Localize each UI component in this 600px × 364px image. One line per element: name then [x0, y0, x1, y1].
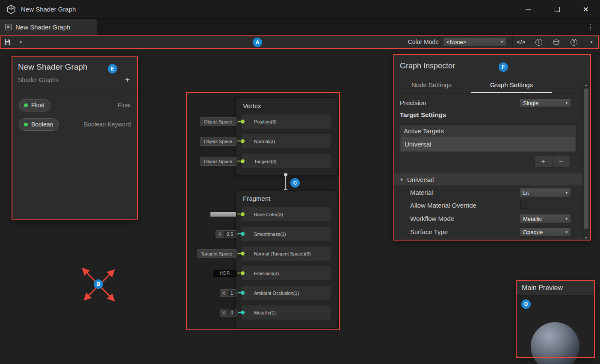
toolbar-spacer: [27, 35, 405, 49]
input-space-pill[interactable]: Object Space: [200, 157, 236, 166]
scroll-up-arrow[interactable]: ▲: [583, 82, 589, 88]
divider: [12, 91, 138, 91]
annotation-badge-e: E: [108, 64, 117, 73]
tab-overflow-menu-button[interactable]: ⋮: [585, 19, 596, 35]
blackboard-subtitle: Shader Graphs: [18, 76, 59, 83]
port-dot-icon[interactable]: [241, 291, 245, 295]
tab-new-shader-graph[interactable]: New Shader Graph: [0, 19, 97, 35]
caret-down-icon: ▾: [501, 40, 503, 44]
save-asset-button[interactable]: [0, 35, 15, 49]
layers-stack-icon: [553, 39, 560, 46]
view-generated-shader-button[interactable]: </>: [512, 35, 530, 49]
active-target-universal[interactable]: Universal: [401, 137, 575, 151]
annotation-badge-c: C: [290, 178, 300, 188]
window-title: New Shader Graph: [21, 6, 76, 13]
float-input-field[interactable]: X1: [220, 289, 236, 297]
port-dot-icon[interactable]: [241, 311, 245, 314]
unity-shader-graph-window: New Shader Graph ✕ New Shader Graph ⋮ ▾ …: [0, 0, 600, 364]
graph-inspector-toggle-button[interactable]: i: [530, 35, 547, 49]
allow-material-override-checkbox[interactable]: [520, 202, 527, 208]
material-dropdown[interactable]: Lit ▾: [520, 188, 571, 197]
port-dot-icon[interactable]: [241, 159, 245, 163]
minimize-button[interactable]: [514, 0, 543, 19]
port-dot-icon[interactable]: [241, 212, 245, 216]
tab-bar: New Shader Graph ⋮: [0, 19, 600, 35]
port-dot-icon[interactable]: [241, 232, 245, 236]
property-row-float[interactable]: Float Float: [12, 98, 138, 112]
port-dot-icon[interactable]: [241, 120, 245, 123]
context-edge: [285, 175, 286, 190]
color-mode-dropdown[interactable]: <None> ▾: [443, 37, 506, 47]
port-row[interactable]: Metallic(1): [242, 305, 331, 320]
tab-label: New Shader Graph: [15, 23, 70, 31]
caret-down-icon: ▾: [565, 230, 567, 234]
foldout-arrow-icon: ▼: [399, 177, 404, 182]
port-dot-icon[interactable]: [241, 139, 245, 143]
add-target-button[interactable]: +: [535, 156, 553, 167]
caret-down-icon: ▾: [565, 101, 567, 105]
input-space-pill[interactable]: Object Space: [200, 117, 236, 126]
precision-label: Precision: [400, 99, 426, 106]
allow-material-override-label: Allow Material Override: [410, 202, 476, 209]
vertex-row-normal: Object Space Normal(3): [190, 134, 331, 148]
graph-inspector-panel: Graph Inspector Node Settings Graph Sett…: [393, 54, 591, 241]
save-icon: [4, 39, 11, 45]
port-dot-icon[interactable]: [241, 271, 245, 275]
color-mode-label: Color Mode: [405, 35, 443, 49]
shader-graph-asset-icon: [5, 24, 12, 30]
annotation-badge-d: D: [521, 299, 531, 309]
property-pill[interactable]: Float: [19, 99, 50, 112]
blackboard-toggle-button[interactable]: [547, 35, 565, 49]
property-pill[interactable]: Boolean: [19, 118, 59, 131]
title-bar: New Shader Graph ✕: [0, 0, 600, 19]
surface-type-dropdown[interactable]: Opaque ▾: [520, 227, 571, 237]
active-targets-box: Active Targets Universal: [399, 124, 576, 153]
close-button[interactable]: ✕: [571, 0, 600, 19]
workflow-mode-dropdown[interactable]: Metallic ▾: [520, 214, 571, 223]
help-button[interactable]: ?: [565, 35, 582, 49]
port-row[interactable]: Base Color(3): [242, 207, 331, 221]
port-row[interactable]: Tangent(3): [242, 154, 331, 168]
add-property-button[interactable]: +: [122, 75, 133, 85]
port-row[interactable]: Normal(3): [242, 134, 331, 148]
property-type: Boolean Keyword: [84, 121, 131, 128]
vertex-row-position: Object Space Position(3): [190, 114, 331, 129]
hdr-color-field[interactable]: HDR: [213, 270, 236, 277]
port-row[interactable]: Ambient Occlusion(1): [242, 286, 331, 300]
caret-down-icon: ▾: [565, 191, 567, 195]
universal-foldout[interactable]: ▼ Universal: [394, 173, 582, 185]
vertex-row-tangent: Object Space Tangent(3): [190, 154, 331, 168]
precision-dropdown[interactable]: Single ▾: [520, 98, 571, 108]
float-input-field[interactable]: X0.5: [216, 230, 236, 238]
fragment-row-ambient-occlusion: X1 Ambient Occlusion(1): [190, 286, 331, 300]
fragment-node-title: Fragment: [243, 195, 270, 202]
active-targets-header: Active Targets: [399, 125, 576, 137]
remove-target-button[interactable]: −: [553, 156, 570, 167]
toolbar-overflow-button[interactable]: ▾: [582, 35, 600, 49]
base-color-swatch[interactable]: [210, 211, 236, 217]
tab-graph-settings[interactable]: Graph Settings: [471, 81, 552, 93]
scrollbar-thumb[interactable]: [584, 88, 588, 229]
port-dot-icon[interactable]: [241, 252, 245, 255]
port-row[interactable]: Smoothness(1): [242, 227, 331, 241]
targets-add-remove-bar: + −: [534, 156, 570, 167]
port-row[interactable]: Emission(3): [242, 266, 331, 280]
property-row-boolean[interactable]: Boolean Boolean Keyword: [12, 117, 138, 132]
port-row[interactable]: Normal (Tangent Space)(3): [242, 247, 331, 261]
port-row[interactable]: Position(3): [242, 114, 331, 129]
blackboard-title: New Shader Graph: [18, 62, 88, 72]
main-preview-title: Main Preview: [516, 280, 594, 296]
scroll-down-arrow[interactable]: ▼: [583, 235, 589, 241]
graph-inspector-title: Graph Inspector: [400, 62, 455, 70]
save-options-dropdown-button[interactable]: ▾: [15, 35, 27, 49]
inspector-scrollbar[interactable]: ▲ ▼: [582, 82, 589, 241]
float-input-field[interactable]: X0: [220, 309, 236, 317]
maximize-button[interactable]: [543, 0, 571, 19]
fragment-row-smoothness: X0.5 Smoothness(1): [190, 227, 331, 241]
input-space-pill[interactable]: Object Space: [200, 137, 236, 146]
annotation-badge-f: F: [499, 62, 508, 72]
minimize-icon: [526, 9, 531, 10]
input-space-pill[interactable]: Tangent Space: [197, 249, 236, 258]
tab-node-settings[interactable]: Node Settings: [406, 81, 457, 92]
annotation-badge-a: A: [253, 38, 262, 47]
